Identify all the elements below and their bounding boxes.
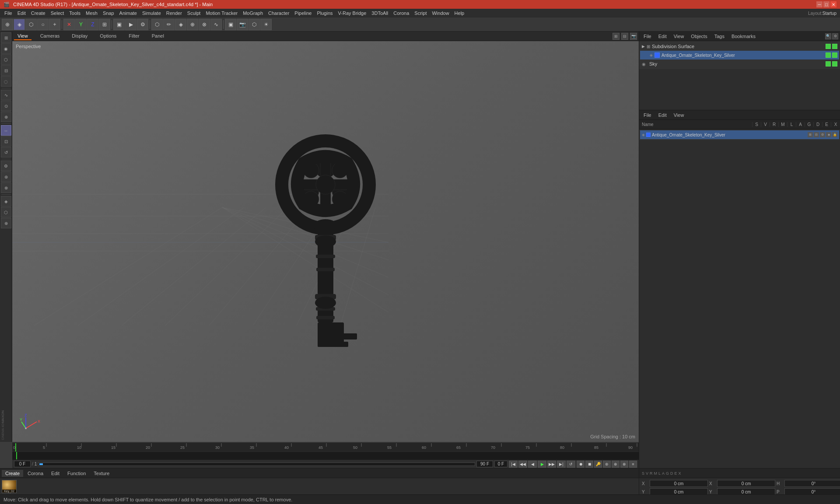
left-tool-4[interactable]: ◌: [1, 76, 11, 87]
object-mode-btn[interactable]: ✏: [163, 19, 175, 30]
move-btn[interactable]: ◈: [14, 19, 25, 30]
viewport-tab-display[interactable]: Display: [68, 32, 91, 40]
transform-btn[interactable]: +: [49, 19, 60, 30]
menu-plugins[interactable]: Plugins: [314, 10, 335, 17]
menu-select[interactable]: Select: [48, 10, 67, 17]
world-axis-btn[interactable]: ⊞: [99, 19, 110, 30]
obj-filter-btn[interactable]: ⚙: [832, 33, 838, 39]
menu-create[interactable]: Create: [28, 10, 48, 17]
attr-edit-menu[interactable]: Edit: [656, 112, 669, 119]
play-btn[interactable]: ▶: [538, 461, 546, 468]
frame-all-btn[interactable]: ⬡: [151, 19, 163, 30]
key-btn[interactable]: 🔑: [594, 461, 602, 468]
select-all-btn[interactable]: ⊕: [2, 19, 13, 30]
obj-view-menu[interactable]: View: [671, 33, 687, 40]
menu-render[interactable]: Render: [164, 10, 185, 17]
menu-script[interactable]: Script: [412, 10, 429, 17]
obj-row-sky[interactable]: ◉ Sky: [640, 60, 839, 68]
menu-motion-tracker[interactable]: Motion Tracker: [203, 10, 240, 17]
add-object-btn[interactable]: ⊕: [187, 19, 198, 30]
attr-row-key[interactable]: ◈ Antique_Ornate_Skeleton_Key_Silver ⊞ ⊟…: [640, 130, 839, 139]
z-axis-btn[interactable]: Z: [87, 19, 98, 30]
goto-start-btn[interactable]: |◀: [509, 461, 518, 468]
viewport-tab-view[interactable]: View: [14, 32, 32, 40]
menu-vray[interactable]: V-Ray Bridge: [336, 10, 369, 17]
menu-edit[interactable]: Edit: [15, 10, 28, 17]
fps-input[interactable]: [494, 461, 508, 467]
attr-btn-4[interactable]: ◈: [826, 132, 831, 137]
x-rot-input[interactable]: [717, 480, 775, 487]
left-tool-7[interactable]: ⊕: [1, 112, 11, 122]
viewport-shrink-btn[interactable]: ⊟: [621, 33, 628, 40]
frame-slider[interactable]: [38, 462, 475, 466]
slider-handle[interactable]: [39, 463, 43, 465]
maximize-btn[interactable]: □: [823, 1, 830, 7]
left-tool-paint[interactable]: ◈: [1, 196, 11, 206]
mat-tab-function[interactable]: Function: [64, 470, 89, 477]
render-settings-btn[interactable]: ⚙: [137, 19, 148, 30]
next-key-btn[interactable]: ▶▶: [547, 461, 556, 468]
mat-tab-edit[interactable]: Edit: [48, 470, 63, 477]
obj-bookmarks-menu[interactable]: Bookmarks: [729, 33, 758, 40]
polygon-pen-btn[interactable]: ◈: [175, 19, 186, 30]
obj-objects-menu[interactable]: Objects: [688, 33, 710, 40]
left-tool-bevel[interactable]: ⊕: [1, 218, 11, 228]
attr-view-menu[interactable]: View: [671, 112, 687, 119]
mat-tab-corona[interactable]: Corona: [24, 470, 47, 477]
menu-mograph[interactable]: MoGraph: [240, 10, 266, 17]
obj-file-menu[interactable]: File: [641, 33, 654, 40]
sky-check1[interactable]: [826, 61, 831, 66]
key-check1[interactable]: [826, 52, 831, 58]
subdiv-check2[interactable]: [832, 44, 837, 49]
y-axis-btn[interactable]: Y: [75, 19, 87, 30]
viewport-canvas[interactable]: Perspective Grid Spacing : 10 cm X Y Z: [12, 41, 639, 442]
viewport-tab-options[interactable]: Options: [96, 32, 120, 40]
knife-btn[interactable]: ∿: [210, 19, 222, 30]
timeline-btn[interactable]: ≡: [629, 461, 637, 468]
viewport-tab-cameras[interactable]: Cameras: [37, 32, 63, 40]
obj-search-btn[interactable]: 🔍: [825, 33, 831, 39]
attr-file-menu[interactable]: File: [641, 112, 654, 119]
sky-check2[interactable]: [832, 61, 837, 66]
attr-btn-3[interactable]: ⚙: [820, 132, 825, 137]
attr-btn-2[interactable]: ⊟: [814, 132, 819, 137]
key-check2[interactable]: [832, 52, 837, 58]
left-tool-1[interactable]: ◉: [1, 43, 11, 54]
obj-row-subdivision[interactable]: ▶ ⊞ Subdivision Surface: [640, 42, 839, 51]
h-input[interactable]: [784, 480, 840, 487]
current-frame-input[interactable]: [14, 461, 31, 467]
menu-corona[interactable]: Corona: [391, 10, 412, 17]
left-tool-6[interactable]: ⊙: [1, 101, 11, 111]
menu-file[interactable]: File: [2, 10, 15, 17]
left-tool-weight[interactable]: ⬡: [1, 207, 11, 217]
viewport[interactable]: View Cameras Display Options Filter Pane…: [12, 32, 639, 442]
viewport-tab-panel[interactable]: Panel: [148, 32, 168, 40]
motion2-btn[interactable]: ⊗: [620, 461, 628, 468]
prev-key-btn[interactable]: ◀: [528, 461, 537, 468]
goto-end-btn[interactable]: ▶|: [557, 461, 566, 468]
menu-pipeline[interactable]: Pipeline: [292, 10, 314, 17]
layout-value[interactable]: Startup: [822, 11, 836, 16]
render-active-btn[interactable]: ▶: [125, 19, 136, 30]
left-tool-5[interactable]: ∿: [1, 90, 11, 100]
material-thumb-key02[interactable]: Key_02: [2, 480, 17, 493]
cam-btn[interactable]: 📷: [237, 19, 248, 30]
menu-snap[interactable]: Snap: [100, 10, 117, 17]
menu-mesh[interactable]: Mesh: [83, 10, 100, 17]
viewport-tab-filter[interactable]: Filter: [125, 32, 143, 40]
subdiv-check1[interactable]: [826, 44, 831, 49]
menu-character[interactable]: Character: [266, 10, 292, 17]
menu-help[interactable]: Help: [452, 10, 467, 17]
attr-btn-1[interactable]: ⊞: [808, 132, 813, 137]
menu-sculpt[interactable]: Sculpt: [185, 10, 203, 17]
end-frame-input[interactable]: [476, 461, 493, 467]
record-btn[interactable]: ⏺: [577, 461, 584, 468]
timeline-track[interactable]: [12, 452, 639, 460]
prev-frame-btn[interactable]: ◀◀: [518, 461, 527, 468]
x-axis-btn[interactable]: ✕: [63, 19, 75, 30]
scale-btn[interactable]: ⬡: [25, 19, 37, 30]
close-btn[interactable]: ✕: [830, 1, 836, 7]
subdivide-btn[interactable]: ☀: [260, 19, 272, 30]
menu-simulate[interactable]: Simulate: [140, 10, 164, 17]
obj-row-key[interactable]: ◈ Antique_Ornate_Skeleton_Key_Silver: [640, 51, 839, 60]
